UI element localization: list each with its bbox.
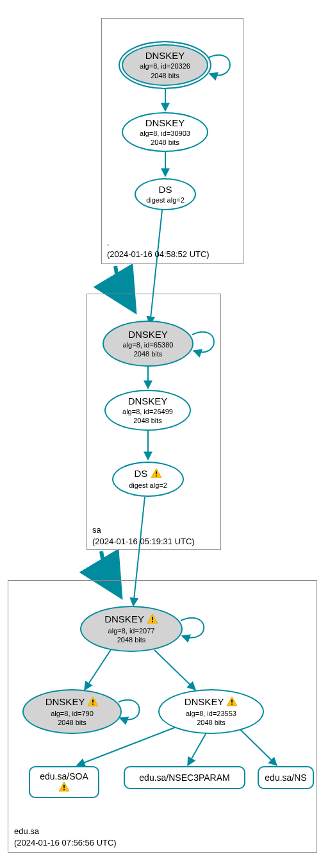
edusa-dnskey-zsk-title: DNSKEY xyxy=(160,696,263,709)
root-dnskey-ksk-title: DNSKEY xyxy=(120,50,210,62)
zone-edusa-timestamp: (2024-01-16 07:56:56 UTC) xyxy=(14,838,117,847)
zone-edusa-label: edu.sa (2024-01-16 07:56:56 UTC) xyxy=(14,826,117,849)
edusa-ns-node: edu.sa/NS xyxy=(258,766,314,789)
edusa-nsec3param-label: edu.sa/NSEC3PARAM xyxy=(125,772,244,783)
svg-rect-20 xyxy=(63,789,65,790)
sa-ds-digest: digest alg=2 xyxy=(113,481,183,490)
svg-rect-19 xyxy=(63,785,65,787)
edusa-nsec3param-node: edu.sa/NSEC3PARAM xyxy=(124,766,245,789)
edusa-dnskey-790-node: DNSKEY alg=8, id=790 2048 bits xyxy=(22,689,122,734)
zone-sa-name: sa xyxy=(92,525,101,535)
edusa-dnskey-ksk-bits: 2048 bits xyxy=(81,635,181,644)
root-ds-digest: digest alg=2 xyxy=(136,196,195,204)
edusa-dnskey-ksk-alg: alg=8, id=2077 xyxy=(81,626,181,635)
edusa-dnskey-ksk-node: DNSKEY alg=8, id=2077 2048 bits xyxy=(80,606,183,652)
root-dnskey-ksk-bits: 2048 bits xyxy=(120,71,210,80)
edusa-dnskey-zsk-bits: 2048 bits xyxy=(160,718,263,727)
root-ds-title: DS xyxy=(136,184,195,196)
svg-rect-18 xyxy=(231,703,233,705)
svg-rect-12 xyxy=(156,476,157,477)
edusa-dnskey-zsk-node: DNSKEY alg=8, id=23553 2048 bits xyxy=(158,689,264,734)
root-ds-node: DS digest alg=2 xyxy=(135,178,196,210)
sa-dnskey-ksk-node: DNSKEY alg=8, id=65380 2048 bits xyxy=(103,321,193,367)
svg-rect-17 xyxy=(231,699,233,702)
sa-dnskey-zsk-alg: alg=8, id=26499 xyxy=(106,407,190,416)
sa-ds-title: DS xyxy=(113,468,183,481)
edusa-dnskey-ksk-title: DNSKEY xyxy=(81,613,181,626)
zone-root-label: . (2024-01-16 04:58:52 UTC) xyxy=(107,237,210,260)
zone-root-name: . xyxy=(107,238,110,247)
root-dnskey-zsk-alg: alg=8, id=30903 xyxy=(123,129,207,138)
svg-rect-16 xyxy=(92,703,94,705)
warning-icon xyxy=(30,781,98,794)
edusa-soa-label: edu.sa/SOA xyxy=(30,771,98,781)
zone-sa-timestamp: (2024-01-16 05:19:31 UTC) xyxy=(92,537,195,546)
warning-icon xyxy=(226,696,238,709)
sa-dnskey-ksk-bits: 2048 bits xyxy=(104,349,192,358)
edusa-dnskey-790-alg: alg=8, id=790 xyxy=(24,709,120,718)
edusa-soa-node: edu.sa/SOA xyxy=(29,766,99,798)
warning-icon xyxy=(87,696,99,709)
sa-dnskey-zsk-bits: 2048 bits xyxy=(106,416,190,425)
root-dnskey-zsk-title: DNSKEY xyxy=(123,117,207,129)
warning-icon xyxy=(151,468,162,481)
edusa-ns-label: edu.sa/NS xyxy=(259,772,313,783)
svg-rect-11 xyxy=(156,472,157,474)
root-dnskey-ksk-alg: alg=8, id=20326 xyxy=(120,62,210,71)
sa-ds-node: DS digest alg=2 xyxy=(112,462,184,497)
zone-sa-label: sa (2024-01-16 05:19:31 UTC) xyxy=(92,524,195,547)
root-dnskey-ksk-node: DNSKEY alg=8, id=20326 2048 bits xyxy=(119,41,211,89)
warning-icon xyxy=(147,613,158,626)
edusa-dnskey-790-bits: 2048 bits xyxy=(24,718,120,727)
zone-edusa-name: edu.sa xyxy=(14,826,39,836)
sa-dnskey-ksk-alg: alg=8, id=65380 xyxy=(104,340,192,349)
root-dnskey-zsk-bits: 2048 bits xyxy=(123,138,207,147)
edusa-dnskey-zsk-alg: alg=8, id=23553 xyxy=(160,709,263,718)
sa-dnskey-zsk-title: DNSKEY xyxy=(106,396,190,407)
sa-dnskey-ksk-title: DNSKEY xyxy=(104,329,192,340)
svg-rect-14 xyxy=(152,621,153,622)
svg-rect-15 xyxy=(92,699,94,702)
svg-rect-13 xyxy=(152,617,153,619)
sa-dnskey-zsk-node: DNSKEY alg=8, id=26499 2048 bits xyxy=(104,390,191,431)
zone-root-timestamp: (2024-01-16 04:58:52 UTC) xyxy=(107,249,210,259)
edusa-dnskey-790-title: DNSKEY xyxy=(24,696,120,709)
root-dnskey-zsk-node: DNSKEY alg=8, id=30903 2048 bits xyxy=(122,112,208,152)
